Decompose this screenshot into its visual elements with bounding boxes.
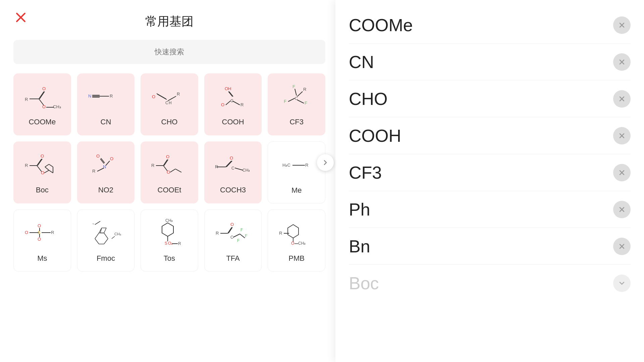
card-TFA[interactable]: R O C F F F TFA <box>204 209 262 272</box>
svg-text:R: R <box>215 164 218 169</box>
svg-line-22 <box>168 96 176 101</box>
card-COOMe[interactable]: R O O CH₃ COOMe <box>13 73 71 135</box>
svg-text:N: N <box>88 94 91 99</box>
svg-text:C: C <box>231 166 234 171</box>
svg-line-4 <box>39 92 44 99</box>
card-label-PMB: PMB <box>288 254 305 263</box>
right-item-COOH: COOH <box>349 117 631 154</box>
svg-line-99 <box>104 228 106 233</box>
svg-text:S: S <box>38 230 41 235</box>
svg-line-44 <box>38 159 42 166</box>
svg-text:F: F <box>292 84 295 89</box>
remove-CN-button[interactable] <box>613 53 631 71</box>
card-COOH[interactable]: OH C R O COOH <box>204 73 262 135</box>
svg-line-5 <box>40 92 45 99</box>
remove-Bn-button[interactable] <box>613 238 631 255</box>
card-Tos[interactable]: S O₂ R CH₃ Tos <box>141 209 198 272</box>
right-item-label-CN: CN <box>349 52 374 72</box>
svg-text:R: R <box>25 97 28 102</box>
card-PMB[interactable]: R O CH₃ PMB <box>268 209 325 272</box>
svg-text:H: H <box>169 101 172 105</box>
svg-text:R: R <box>178 241 181 246</box>
card-label-COOEt: COOEt <box>158 186 181 194</box>
svg-text:S: S <box>165 241 167 246</box>
svg-line-51 <box>49 164 53 167</box>
scroll-right-button[interactable] <box>317 154 334 171</box>
right-item-label-COOMe: COOMe <box>349 15 413 35</box>
card-CHO[interactable]: O C H R CHO <box>141 73 198 135</box>
card-label-Me: Me <box>291 186 302 195</box>
right-item-label-Boc2: Boc <box>349 273 379 293</box>
svg-line-30 <box>226 101 230 105</box>
svg-line-91 <box>95 233 99 239</box>
remove-CF3-button[interactable] <box>613 164 631 181</box>
right-item-CF3: CF3 <box>349 154 631 191</box>
svg-text:O: O <box>38 223 41 228</box>
card-label-Boc: Boc <box>36 186 49 194</box>
svg-text:O: O <box>41 170 44 175</box>
svg-text:R: R <box>240 102 244 107</box>
svg-line-33 <box>295 89 297 96</box>
svg-line-58 <box>106 161 110 166</box>
main-panel: 常用基团 R O O CH₃ COOMe N <box>0 0 339 362</box>
right-item-Boc2: Boc <box>349 265 631 302</box>
svg-text:CH₂: CH₂ <box>114 232 121 236</box>
svg-text:O: O <box>110 156 113 161</box>
svg-text:CH₃: CH₃ <box>243 168 250 173</box>
card-CN[interactable]: N R CN <box>77 73 135 135</box>
right-item-label-CF3: CF3 <box>349 163 382 183</box>
svg-marker-126 <box>288 225 299 238</box>
svg-text:O: O <box>291 241 294 246</box>
card-label-COOMe: COOMe <box>29 118 56 126</box>
svg-line-105 <box>112 236 115 239</box>
svg-text:CH₃: CH₃ <box>165 218 173 223</box>
svg-text:O: O <box>152 94 155 99</box>
card-Fmoc[interactable]: ~ CH₂ Fmoc <box>77 209 135 272</box>
svg-text:O: O <box>41 154 44 159</box>
svg-text:O: O <box>25 230 28 235</box>
svg-text:CH₃: CH₃ <box>298 241 306 246</box>
svg-text:~: ~ <box>92 222 94 226</box>
search-input[interactable] <box>13 48 325 56</box>
svg-text:F: F <box>305 101 307 106</box>
svg-text:H₃C: H₃C <box>282 163 290 168</box>
card-Boc[interactable]: R O O Boc <box>13 141 71 203</box>
svg-text:O: O <box>221 102 224 107</box>
svg-line-77 <box>235 168 243 170</box>
svg-line-43 <box>37 159 42 166</box>
svg-line-26 <box>229 92 233 97</box>
svg-text:R: R <box>151 163 154 168</box>
right-item-label-COOH: COOH <box>349 126 401 146</box>
svg-line-28 <box>232 101 240 105</box>
svg-line-120 <box>240 234 245 238</box>
right-item-COOMe: COOMe <box>349 7 631 44</box>
remove-COOH-button[interactable] <box>613 127 631 144</box>
card-COOEt[interactable]: R O O COOEt <box>141 141 198 203</box>
remove-Boc2-button[interactable] <box>613 275 631 292</box>
svg-line-35 <box>297 92 303 97</box>
remove-CHO-button[interactable] <box>613 90 631 108</box>
card-label-Tos: Tos <box>164 254 175 263</box>
svg-text:OH: OH <box>225 86 231 91</box>
right-item-Bn: Bn <box>349 228 631 265</box>
remove-Ph-button[interactable] <box>613 201 631 218</box>
card-Ms[interactable]: O S R O O Ms <box>13 209 71 272</box>
card-label-TFA: TFA <box>226 254 239 263</box>
card-COCH3[interactable]: R O C CH₃ COCH3 <box>204 141 262 203</box>
close-button[interactable] <box>13 10 28 25</box>
svg-line-48 <box>44 170 49 173</box>
svg-text:R: R <box>177 92 180 97</box>
right-panel: COOMe CN CHO COOH CF3 Ph Bn <box>335 0 644 362</box>
right-item-Ph: Ph <box>349 191 631 228</box>
svg-line-116 <box>228 227 232 233</box>
card-CF3[interactable]: F C R F F CF3 <box>268 73 325 135</box>
search-bar[interactable] <box>13 40 325 64</box>
svg-line-115 <box>228 227 232 233</box>
svg-line-53 <box>45 167 49 170</box>
card-NO2[interactable]: O N O R NO2 <box>77 141 135 203</box>
right-item-CHO: CHO <box>349 80 631 117</box>
svg-line-65 <box>164 160 168 166</box>
remove-COOMe-button[interactable] <box>613 16 631 34</box>
card-label-CHO: CHO <box>161 118 178 126</box>
card-Me[interactable]: H₃C R Me <box>268 141 325 203</box>
